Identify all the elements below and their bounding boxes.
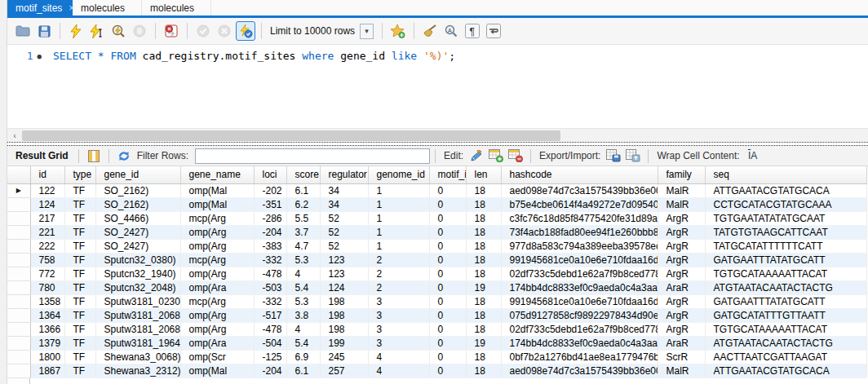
cell-loci[interactable]: -517 [254, 308, 286, 322]
cell-type[interactable]: TF [64, 253, 95, 267]
cell-type[interactable]: TF [64, 280, 95, 294]
cell-gene_id[interactable]: Sputw3181_0230) [95, 294, 180, 308]
cell-score[interactable]: 4.7 [286, 239, 320, 253]
cell-id[interactable]: 221 [30, 225, 64, 239]
cell-motif_id[interactable]: 0 [429, 322, 466, 336]
cell-loci[interactable]: -383 [254, 239, 286, 253]
row-selector[interactable] [7, 239, 30, 253]
cell-score[interactable]: 4 [286, 267, 320, 280]
cell-seq[interactable]: TATGTGTAAGCATTCAAT [705, 225, 867, 239]
cell-hashcode[interactable]: 075d9127858cf98922978434d90e7309 [501, 308, 658, 322]
cell-type[interactable]: TF [64, 225, 95, 239]
cell-family[interactable]: ArgR [658, 308, 705, 322]
cell-family[interactable]: ArgR [658, 267, 705, 280]
save-snippet-icon[interactable] [388, 21, 408, 41]
cell-family[interactable]: ArgR [658, 225, 705, 239]
cell-id[interactable]: 222 [30, 239, 64, 253]
cell-regulator[interactable]: 199 [320, 336, 368, 350]
cell-seq[interactable]: ATTGAATACGTATGCACA [705, 183, 867, 197]
cell-family[interactable]: MalR [658, 197, 705, 211]
cell-id[interactable]: 217 [30, 211, 64, 225]
cell-genome_id[interactable]: 1 [368, 225, 429, 239]
cell-regulator[interactable]: 34 [320, 183, 368, 197]
col-header-loci[interactable]: loci [254, 166, 286, 183]
cell-gene_name[interactable]: omp(Ara [180, 280, 254, 294]
cell-score[interactable]: 3.8 [286, 308, 320, 322]
cell-genome_id[interactable]: 1 [368, 197, 429, 211]
cell-motif_id[interactable]: 0 [429, 253, 466, 267]
table-row[interactable]: ▶122TFSO_2162)omp(Mal-2026.1341018aed098… [7, 183, 867, 197]
toggle-stop-on-error-icon[interactable] [162, 21, 181, 41]
cell-motif_id[interactable]: 0 [429, 197, 466, 211]
chevron-down-icon[interactable]: ▾ [360, 24, 374, 39]
cell-len[interactable]: 18 [466, 308, 501, 322]
row-selector[interactable] [7, 336, 30, 350]
cell-id[interactable]: 1364 [30, 308, 64, 322]
cell-score[interactable]: 6.2 [286, 197, 320, 211]
table-row[interactable]: 1358TFSputw3181_0230)mcp(Arg-3325.319830… [7, 294, 867, 308]
cell-len[interactable]: 19 [466, 280, 501, 294]
execute-icon[interactable] [66, 21, 86, 41]
cell-loci[interactable]: -204 [254, 225, 286, 239]
cell-gene_name[interactable]: omp(Arg [180, 322, 254, 336]
cell-genome_id[interactable]: 1 [368, 239, 429, 253]
cell-hashcode[interactable]: 977d8a583c794a389eeba39578ec4da6 [501, 239, 658, 253]
cell-loci[interactable]: -503 [254, 280, 286, 294]
cell-seq[interactable]: AACTTAATCGATTAAGAT [705, 350, 867, 364]
current-row-marker-icon[interactable]: ▶ [7, 183, 30, 197]
cell-regulator[interactable]: 52 [320, 239, 368, 253]
cell-motif_id[interactable]: 0 [429, 364, 466, 377]
cell-type[interactable]: TF [64, 294, 95, 308]
cell-genome_id[interactable]: 2 [368, 267, 429, 280]
import-icon[interactable] [624, 148, 642, 164]
cell-loci[interactable]: -478 [254, 267, 286, 280]
table-row[interactable]: 1364TFSputw3181_2068)omp(Arg-5173.819830… [7, 308, 867, 322]
row-selector[interactable] [7, 280, 30, 294]
table-row[interactable]: 217TFSO_4466)mcp(Arg-2865.5521018c3fc76c… [7, 211, 867, 225]
cell-gene_name[interactable]: omp(Arg [180, 225, 254, 239]
table-row[interactable]: 1867TFShewana3_2312)omp(Mal-2046.1257401… [7, 364, 867, 377]
cell-loci[interactable]: -202 [254, 183, 286, 197]
wrap-text-icon[interactable] [484, 21, 503, 41]
col-header-len[interactable]: len [466, 166, 501, 183]
row-selector[interactable] [7, 294, 30, 308]
show-invisibles-icon[interactable]: ¶ [463, 21, 482, 41]
cell-loci[interactable]: -332 [254, 294, 286, 308]
cell-type[interactable]: TF [64, 197, 95, 211]
cell-hashcode[interactable]: b75e4cbe0614f4a49272e7d095406d7a [501, 197, 658, 211]
sidebar-splitter[interactable] [0, 0, 7, 384]
cell-regulator[interactable]: 34 [320, 197, 368, 211]
cell-genome_id[interactable]: 2 [368, 280, 429, 294]
save-script-icon[interactable] [34, 21, 54, 41]
export-icon[interactable] [604, 148, 622, 164]
cell-loci[interactable]: -125 [254, 350, 286, 364]
cell-gene_id[interactable]: Shewana3_0068) [95, 350, 180, 364]
cell-type[interactable]: TF [64, 322, 95, 336]
cell-seq[interactable]: GATGAATTTATATGCATT [705, 294, 867, 308]
cell-score[interactable]: 3.7 [286, 225, 320, 239]
table-row[interactable]: 780TFSputcn32_2048)omp(Ara-5035.41242019… [7, 280, 867, 294]
cell-seq[interactable]: TGTGCATAAAAATTACAT [705, 322, 867, 336]
row-selector[interactable] [7, 197, 30, 211]
cell-gene_name[interactable]: mcp(Arg [180, 211, 254, 225]
cell-regulator[interactable]: 123 [320, 253, 368, 267]
cell-id[interactable]: 1366 [30, 322, 64, 336]
cell-gene_id[interactable]: Sputw3181_1964) [95, 336, 180, 350]
cell-genome_id[interactable]: 4 [368, 364, 429, 377]
cell-gene_name[interactable]: omp(Mal [180, 183, 254, 197]
cell-loci[interactable]: -332 [254, 253, 286, 267]
cell-family[interactable]: ArgR [658, 322, 705, 336]
wrap-cell-icon[interactable]: IA [744, 148, 762, 164]
col-header-seq[interactable]: seq [705, 166, 867, 183]
row-selector[interactable] [7, 211, 30, 225]
cell-genome_id[interactable]: 1 [368, 183, 429, 197]
scrollbar-thumb[interactable] [22, 130, 560, 141]
col-header-family[interactable]: family [658, 166, 705, 183]
row-selector[interactable] [7, 308, 30, 322]
cell-hashcode[interactable]: 0bf7b2a1276bd41ae8ea1779476b973c [501, 350, 658, 364]
cell-len[interactable]: 18 [466, 183, 501, 197]
cell-motif_id[interactable]: 0 [429, 211, 466, 225]
cell-family[interactable]: ArgR [658, 211, 705, 225]
scroll-left-icon[interactable]: ‹ [7, 130, 22, 142]
cell-seq[interactable]: GATGAATTTATATGCATT [705, 253, 867, 267]
